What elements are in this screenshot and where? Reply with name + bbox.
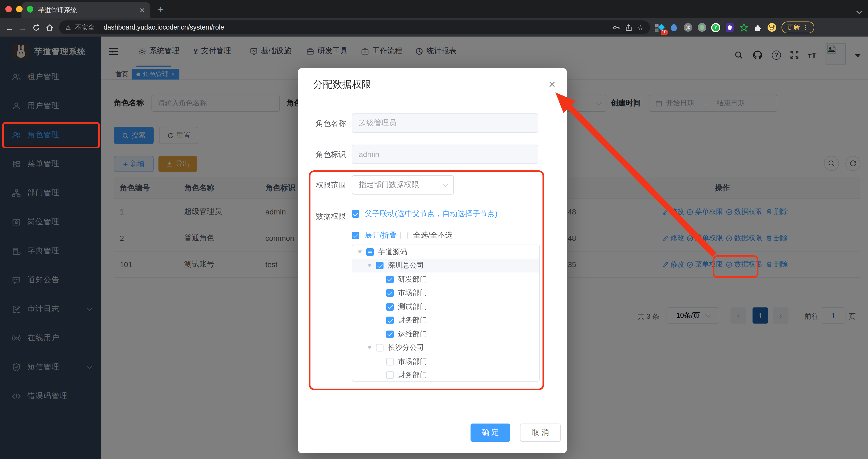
- tree-node[interactable]: 芋道源码: [352, 245, 539, 259]
- tree-node[interactable]: 测试部门: [352, 300, 539, 314]
- tab-search-chevron-icon[interactable]: [857, 8, 863, 15]
- back-icon[interactable]: ←: [5, 23, 13, 32]
- tree-node[interactable]: 运维部门: [352, 327, 539, 341]
- dialog-close-icon[interactable]: ✕: [549, 79, 556, 90]
- tree-node-label: 市场部门: [398, 357, 427, 367]
- app-page: 芋道管理系统 租户管理 用户管理 角色管理 菜单管理 部门管理: [0, 36, 868, 459]
- extension-command-icon[interactable]: ⌘: [683, 23, 692, 32]
- tab-title: 芋道管理系统: [38, 6, 135, 15]
- tree-node-label: 深圳总公司: [388, 261, 424, 270]
- dialog-scope-select[interactable]: 指定部门数据权限: [352, 175, 454, 195]
- tree-node[interactable]: 市场部门: [352, 286, 539, 300]
- browser-update-button[interactable]: 更新 ⋮: [781, 22, 814, 33]
- checkbox-unchecked-icon[interactable]: [386, 358, 394, 366]
- select-all-label: 全选/全不选: [413, 231, 453, 240]
- checkbox-checked-icon[interactable]: [386, 303, 394, 311]
- screen: 芋道管理系统 ✕ + ← → ⚠ 不安全 dashboard.yudao.ioc…: [0, 0, 868, 459]
- new-tab-button[interactable]: +: [158, 4, 163, 16]
- dialog-role-key-label: 角色标识: [311, 150, 346, 160]
- checkbox-indeterminate-icon[interactable]: [366, 248, 374, 256]
- checkbox-checked-icon[interactable]: [386, 317, 394, 324]
- dialog-title: 分配数据权限: [313, 78, 371, 91]
- checkbox-unchecked-icon[interactable]: [376, 344, 383, 352]
- extension-y-icon[interactable]: Y: [711, 23, 720, 32]
- browser-menu-icon[interactable]: ⋮: [803, 24, 809, 31]
- extension-green-dot-icon[interactable]: [697, 23, 706, 32]
- checkbox-unchecked-icon[interactable]: [386, 372, 394, 379]
- tree-node-selected[interactable]: 深圳总公司: [352, 259, 539, 272]
- url-text[interactable]: dashboard.yudao.iocoder.cn/system/role: [104, 24, 608, 31]
- extension-emoji-icon[interactable]: [767, 23, 776, 32]
- checkbox-checked-icon[interactable]: [352, 232, 359, 239]
- extension-badge: 10: [661, 29, 668, 35]
- omnibox-divider: [99, 24, 99, 31]
- extension-balloon-icon[interactable]: [669, 23, 678, 32]
- extension-star-icon[interactable]: [739, 23, 748, 32]
- scope-value: 指定部门数据权限: [359, 180, 419, 190]
- dialog-role-name-label: 角色名称: [311, 119, 346, 128]
- address-bar[interactable]: ⚠ 不安全 dashboard.yudao.iocoder.cn/system/…: [59, 21, 650, 34]
- cancel-button[interactable]: 取 消: [520, 424, 561, 442]
- tree-node-label: 芋道源码: [378, 247, 407, 257]
- tree-node-label: 财务部门: [398, 316, 427, 325]
- tree-node-label: 研发部门: [398, 275, 427, 284]
- browser-tabstrip: 芋道管理系统 ✕ +: [0, 0, 868, 18]
- caret-down-icon[interactable]: [367, 264, 372, 267]
- extension-devtools-icon[interactable]: 10: [655, 23, 664, 32]
- caret-down-icon[interactable]: [358, 251, 362, 254]
- home-icon[interactable]: [45, 23, 54, 31]
- tree-node-label: 运维部门: [398, 329, 427, 339]
- browser-tab[interactable]: 芋道管理系统 ✕: [22, 2, 150, 18]
- select-all-checkbox-row[interactable]: 全选/全不选: [400, 231, 453, 240]
- department-tree: 芋道源码 深圳总公司 研发部门 市场部门 测试部门: [352, 245, 540, 382]
- tree-node[interactable]: 财务部门: [352, 314, 539, 327]
- forward-icon[interactable]: →: [19, 23, 27, 32]
- checkbox-checked-icon[interactable]: [386, 276, 394, 283]
- tree-node[interactable]: 研发部门: [352, 272, 539, 286]
- close-window-button[interactable]: [5, 6, 12, 12]
- dialog-scope-label: 权限范围: [311, 180, 346, 190]
- dialog-perm-label: 数据权限: [311, 212, 346, 222]
- browser-toolbar: ← → ⚠ 不安全 dashboard.yudao.iocoder.cn/sys…: [0, 18, 868, 36]
- security-warning-icon[interactable]: ⚠: [65, 24, 71, 31]
- minimize-window-button[interactable]: [16, 6, 23, 12]
- extensions-area: 10 ⌘ Y: [655, 23, 776, 32]
- update-label: 更新: [787, 23, 800, 32]
- extension-puzzle-icon[interactable]: [753, 23, 762, 32]
- assign-data-permission-dialog: 分配数据权限 ✕ 角色名称 超级管理员 角色标识 admin 权限范围 指定部门…: [298, 68, 567, 453]
- tab-close-icon[interactable]: ✕: [139, 6, 145, 14]
- maximize-window-button[interactable]: [27, 6, 33, 12]
- checkbox-checked-icon[interactable]: [376, 262, 383, 269]
- role-key-value: admin: [359, 150, 379, 159]
- bookmark-star-icon[interactable]: ☆: [637, 23, 644, 31]
- linkage-checkbox-row[interactable]: 父子联动(选中父节点，自动选择子节点): [352, 209, 498, 219]
- tree-node-label: 市场部门: [398, 288, 427, 298]
- dialog-role-key-input[interactable]: admin: [352, 145, 538, 164]
- chevron-down-icon: [443, 181, 449, 187]
- tree-node-label: 长沙分公司: [388, 343, 424, 353]
- tree-node[interactable]: 财务部门: [352, 368, 539, 382]
- share-icon[interactable]: [625, 23, 633, 31]
- dialog-role-name-input[interactable]: 超级管理员: [352, 113, 538, 133]
- checkbox-checked-icon[interactable]: [352, 210, 359, 218]
- reload-icon[interactable]: [32, 23, 40, 31]
- password-key-icon[interactable]: [613, 23, 621, 31]
- expand-collapse-checkbox-row[interactable]: 展开/折叠: [352, 231, 397, 240]
- extension-shield-icon[interactable]: [725, 23, 734, 32]
- tree-node[interactable]: 长沙分公司: [352, 341, 539, 355]
- linkage-label: 父子联动(选中父节点，自动选择子节点): [365, 209, 498, 219]
- not-secure-label: 不安全: [75, 23, 95, 32]
- window-controls[interactable]: [5, 6, 33, 12]
- checkbox-checked-icon[interactable]: [386, 289, 394, 297]
- confirm-button[interactable]: 确 定: [470, 424, 510, 442]
- checkbox-unchecked-icon[interactable]: [400, 232, 408, 239]
- tree-node-label: 测试部门: [398, 302, 427, 312]
- tree-node[interactable]: 市场部门: [352, 355, 539, 368]
- expand-toggle-label: 展开/折叠: [365, 231, 397, 240]
- caret-down-icon[interactable]: [367, 346, 372, 350]
- tree-node-label: 财务部门: [398, 371, 427, 380]
- role-name-value: 超级管理员: [359, 118, 396, 128]
- checkbox-checked-icon[interactable]: [386, 331, 394, 338]
